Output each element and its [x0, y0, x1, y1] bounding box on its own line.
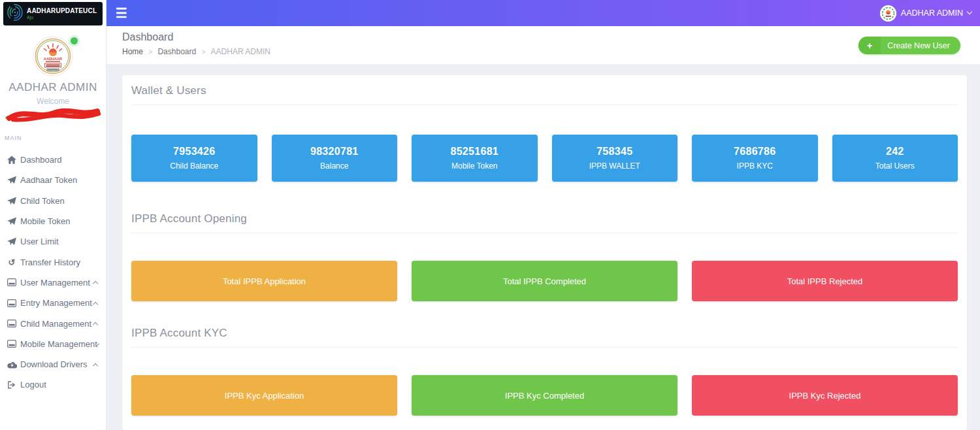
send-icon	[7, 217, 17, 225]
chevron-up-icon	[93, 281, 98, 286]
card-icon	[7, 340, 17, 348]
breadcrumb-dashboard[interactable]: Dashboard	[157, 47, 196, 56]
card-icon	[7, 320, 17, 327]
breadcrumb-home[interactable]: Home	[122, 47, 143, 56]
sidebar-item-mobile-management[interactable]: Mobile Management	[0, 334, 106, 354]
user-avatar	[880, 5, 896, 22]
banner-label: IPPB Kyc Rejected	[789, 391, 861, 401]
sidebar-item-user-management[interactable]: User Management	[0, 273, 106, 293]
banner-ippb-kyc-rejected[interactable]: IPPB Kyc Rejected	[692, 375, 958, 416]
stat-card-total-users: 242 Total Users	[832, 135, 958, 182]
stat-card-balance: 98320781 Balance	[272, 135, 398, 182]
chevron-up-icon	[93, 322, 98, 327]
sidebar-item-label: Mobile Token	[20, 216, 70, 226]
main-content-card: Wallet & Users 7953426 Child Balance 983…	[122, 75, 967, 430]
banner-label: IPPB Kyc Completed	[505, 391, 584, 401]
sidebar-item-logout[interactable]: Logout	[0, 374, 106, 395]
stat-label: Mobile Token	[451, 161, 498, 171]
send-icon	[7, 176, 17, 184]
sidebar-item-label: Child Management	[20, 319, 91, 329]
stat-label: Total Users	[875, 161, 915, 171]
sidebar-item-mobile-token[interactable]: Mobile Token	[0, 211, 106, 231]
banner-label: Total IPPB Application	[223, 276, 306, 286]
plus-icon: +	[858, 37, 881, 54]
wallet-stats-row: 7953426 Child Balance 98320781 Balance 8…	[131, 135, 958, 182]
stat-card-ippb-kyc: 7686786 IPPB KYC	[692, 135, 818, 182]
banner-total-ippb-application[interactable]: Total IPPB Application	[131, 261, 397, 301]
sidebar: AADHARUPDATEUCL Aju AADHAAR	[0, 0, 106, 430]
topbar: ☰ AADHAR ADMIN	[106, 0, 980, 26]
stat-card-ippb-wallet: 758345 IPPB WALLET	[552, 135, 678, 182]
sidebar-item-label: Download Drivers	[20, 359, 88, 369]
sidebar-item-label: Aadhaar Token	[20, 175, 77, 185]
divider	[131, 347, 958, 348]
ippb-opening-row: Total IPPB Application Total IPPB Comple…	[131, 261, 958, 301]
section-ippb-account-opening: IPPB Account Opening Total IPPB Applicat…	[131, 212, 958, 301]
avatar: AADHAAR	[32, 36, 74, 76]
section-ippb-account-kyc: IPPB Account KYC IPPB Kyc Application IP…	[131, 327, 958, 416]
fingerprint-icon	[7, 3, 24, 24]
sidebar-item-child-management[interactable]: Child Management	[0, 313, 106, 333]
banner-total-ippb-completed[interactable]: Total IPPB Completed	[412, 261, 678, 301]
cloud-download-icon	[7, 361, 17, 369]
sidebar-item-user-limit[interactable]: User Limit	[0, 231, 106, 252]
breadcrumb: Home > Dashboard > AADHAR ADMIN	[122, 47, 270, 56]
card-icon	[7, 278, 17, 286]
stat-card-mobile-token: 85251681 Mobile Token	[412, 135, 538, 182]
brand-name: AADHARUPDATEUCL	[27, 7, 97, 15]
chevron-up-icon	[93, 363, 98, 368]
banner-label: IPPB Kyc Application	[225, 391, 304, 401]
user-name: AADHAR ADMIN	[901, 8, 963, 18]
sidebar-item-entry-management[interactable]: Entry Management	[0, 293, 106, 313]
banner-label: Total IPPB Completed	[503, 276, 586, 286]
sidebar-item-transfer-history[interactable]: ↺ Transfer History	[0, 252, 106, 272]
stat-label: IPPB KYC	[737, 161, 773, 171]
create-new-user-button[interactable]: + Create New User	[858, 37, 960, 54]
stat-value: 7953426	[173, 146, 215, 157]
stat-label: IPPB WALLET	[589, 161, 640, 171]
sidebar-item-label: Entry Management	[20, 298, 92, 308]
profile-block: AADHAAR AADHAR ADMIN Welcome	[0, 36, 106, 123]
aadhaar-logo-icon: AADHAAR	[33, 36, 73, 76]
sidebar-item-label: Mobile Management	[20, 339, 97, 349]
brand-subtext: Aju	[27, 15, 97, 20]
banner-total-ippb-rejected[interactable]: Total IPPB Rejected	[692, 261, 958, 301]
stat-label: Balance	[320, 161, 348, 171]
sidebar-nav: MAIN Dashboard Aadhaar Token Child Token…	[0, 135, 106, 395]
svg-text:AADHAAR: AADHAAR	[44, 57, 62, 61]
divider	[131, 233, 958, 233]
profile-welcome: Welcome	[0, 97, 106, 106]
stat-value: 98320781	[310, 146, 359, 157]
sidebar-item-label: Dashboard	[20, 155, 62, 165]
page-header: Dashboard Home > Dashboard > AADHAR ADMI…	[106, 26, 980, 64]
history-icon: ↺	[7, 258, 17, 267]
user-menu[interactable]: AADHAR ADMIN	[880, 0, 972, 26]
hamburger-icon[interactable]: ☰	[116, 7, 127, 20]
home-icon	[7, 156, 17, 164]
stat-value: 7686786	[734, 146, 776, 157]
sidebar-item-label: Transfer History	[20, 257, 80, 267]
verified-dot-icon	[71, 37, 78, 44]
banner-ippb-kyc-completed[interactable]: IPPB Kyc Completed	[412, 375, 678, 416]
stat-label: Child Balance	[170, 161, 218, 171]
nav-section-label: MAIN	[0, 135, 106, 141]
sidebar-item-child-token[interactable]: Child Token	[0, 191, 106, 211]
breadcrumb-current: AADHAR ADMIN	[211, 47, 270, 56]
sidebar-item-dashboard[interactable]: Dashboard	[0, 150, 106, 170]
divider	[131, 105, 958, 105]
banner-ippb-kyc-application[interactable]: IPPB Kyc Application	[131, 375, 397, 416]
chevron-up-icon	[93, 301, 98, 306]
section-title: Wallet & Users	[131, 84, 958, 97]
send-icon	[7, 237, 17, 246]
create-new-user-label: Create New User	[887, 41, 950, 50]
stat-value: 758345	[596, 146, 632, 157]
stat-value: 242	[886, 146, 904, 157]
ippb-kyc-row: IPPB Kyc Application IPPB Kyc Completed …	[131, 375, 958, 416]
send-icon	[7, 197, 17, 205]
profile-name: AADHAR ADMIN	[0, 81, 106, 94]
brand-logo[interactable]: AADHARUPDATEUCL Aju	[3, 2, 103, 25]
sidebar-item-download-drivers[interactable]: Download Drivers	[0, 354, 106, 374]
sidebar-item-label: Logout	[20, 380, 46, 389]
sidebar-item-aadhaar-token[interactable]: Aadhaar Token	[0, 170, 106, 190]
breadcrumb-separator: >	[148, 48, 152, 56]
